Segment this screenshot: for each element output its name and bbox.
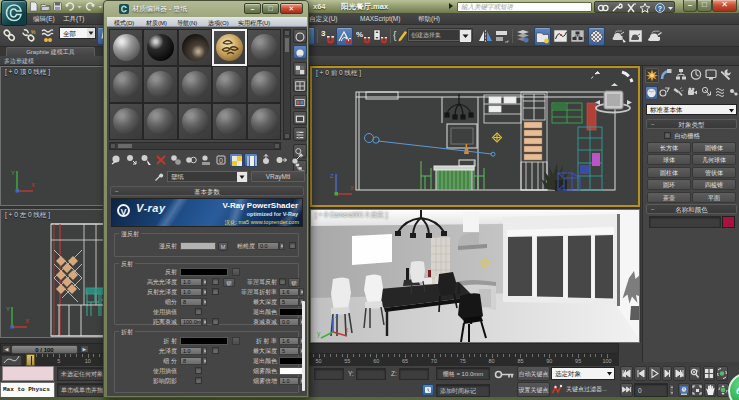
coordinate-y-field[interactable] [356,368,386,380]
orbit-viewport-icon[interactable] [716,366,728,381]
reflect-color-swatch[interactable] [180,268,228,276]
viewport-camera[interactable]: [ + 0 Camera001 0 真实 ] [310,209,640,343]
wrench-icon[interactable] [611,3,623,13]
go-forward-to-sibling-icon[interactable] [274,153,288,167]
make-preview-icon[interactable] [293,111,307,125]
dim-distance-spinner[interactable] [202,318,207,326]
auto-key-button[interactable]: 自动关键点 [517,366,550,381]
steering-wheel-arc[interactable] [622,72,632,82]
previous-frame-button[interactable] [634,366,647,381]
ior-field[interactable]: 1.6 [279,337,299,345]
refr-gloss-spinner[interactable] [202,347,207,355]
primitive-button-7[interactable]: 圆环 [647,179,691,190]
options-icon[interactable] [293,127,307,141]
scroll-right-arrow[interactable] [274,143,280,149]
primitive-button-8[interactable]: 四棱锥 [692,179,736,190]
curve-editor-icon[interactable] [553,28,568,44]
primitive-button-6[interactable]: 管状体 [692,167,736,178]
play-button[interactable] [648,366,661,381]
refract-color-swatch[interactable] [180,337,228,345]
key-filter-selection-dropdown[interactable]: 选定对象 [551,367,615,380]
menu-help[interactable]: 帮助(H) [418,15,440,24]
refr-gloss-checkbox[interactable] [212,347,219,354]
refl-gloss-checkbox[interactable] [212,288,219,295]
affect-shadows-checkbox[interactable] [195,377,202,384]
rollout-collapse-icon[interactable]: − [115,187,119,196]
tab-polygon-modeling[interactable]: 多边形建模 [4,57,34,66]
fresnel-checkbox[interactable] [279,278,286,285]
scroll-left-arrow[interactable] [110,143,116,149]
scroll-up-arrow[interactable] [284,30,290,36]
material-slot-6[interactable] [109,66,143,103]
material-slot-11[interactable] [109,103,143,140]
menu-customize[interactable]: 自定义(U) [309,15,338,24]
named-selection-sets-dropdown[interactable]: 创建选择集 [407,28,473,42]
assign-material-to-selection-icon[interactable] [139,153,153,167]
time-configuration-icon[interactable] [678,383,690,397]
help-icon[interactable]: ? [654,3,666,13]
material-slot-5[interactable] [247,29,281,66]
mtl-menu-modes[interactable]: 模式(D) [114,19,134,28]
subtab-lights[interactable] [673,86,686,100]
mtl-menu-navigation[interactable]: 导航(N) [177,19,197,28]
fresnel-lock-button[interactable]: 锁 [288,278,300,287]
mirror-icon[interactable] [478,28,493,44]
material-slot-14[interactable] [212,103,246,140]
go-to-end-button[interactable] [673,366,686,381]
mtl-menu-utilities[interactable]: 实用程序(U) [238,19,270,28]
track-bar-frame-handle[interactable] [26,354,35,366]
tab-create[interactable] [645,68,659,83]
primitive-button-9[interactable]: 茶壶 [647,192,691,203]
menu-tools[interactable]: 工具(T) [63,15,84,24]
layer-manager-icon[interactable] [515,28,530,44]
viewport-camera-label[interactable]: [ + 0 Camera001 0 真实 ] [315,211,387,220]
geometry-category-dropdown[interactable]: 标准基本体 [646,104,737,115]
3dsmax-logo-button[interactable] [1,0,27,26]
background-icon[interactable] [293,62,307,76]
material-editor-icon[interactable] [588,27,605,46]
refr-subdivs-spinner[interactable] [202,357,207,365]
undo-icon[interactable] [64,1,75,12]
material-editor-minimize-button[interactable]: – [244,3,261,14]
zoom-extents-icon[interactable]: t [689,366,701,381]
menu-edit[interactable]: 编辑(E) [33,15,55,24]
coordinate-z-field[interactable] [399,368,429,380]
macro-recorder-field[interactable] [2,366,54,381]
search-input[interactable]: 输入关键字或短语 [457,2,592,12]
rendered-frame-window-icon[interactable] [628,28,643,44]
refr-interp-checkbox[interactable] [195,367,202,374]
fresnel-ior-spinner[interactable] [299,288,304,296]
rollout-collapse-icon[interactable]: − [651,205,655,214]
rollout-collapse-icon[interactable]: − [651,120,655,129]
viewport-front-label[interactable]: [ + 0 前 0 线框 ] [316,69,361,78]
reset-map-icon[interactable] [154,153,168,167]
dim-distance-field[interactable]: 100.0m [180,318,202,326]
coordinate-x-field[interactable] [314,368,344,380]
frame-spinner[interactable] [669,384,674,396]
slots-horizontal-scrollbar[interactable] [109,142,281,150]
window-minimize-button[interactable]: – [683,0,697,12]
get-material-icon[interactable] [109,153,123,167]
mini-curve-editor-button[interactable] [1,355,22,366]
make-unique-icon[interactable] [184,153,198,167]
material-slot-7[interactable] [143,66,177,103]
hilight-gloss-spinner[interactable] [202,278,207,286]
render-production-icon[interactable] [647,28,662,44]
material-id-channel-icon[interactable]: 0 [214,153,228,167]
rollout-scrollbar[interactable] [302,301,305,391]
put-to-library-icon[interactable] [199,153,213,167]
spinner-snap-icon[interactable] [373,28,388,44]
autogrid-checkbox[interactable] [664,132,671,139]
search-binoculars-icon[interactable] [597,3,609,13]
backlight-icon[interactable] [293,45,307,59]
diffuse-color-swatch[interactable] [180,242,216,250]
next-frame-arrow[interactable]: ▶ [80,345,89,353]
refl-subdivs-spinner[interactable] [202,298,207,306]
show-map-in-viewport-icon[interactable] [229,153,243,167]
show-end-result-icon[interactable] [244,153,258,167]
primitive-button-4[interactable]: 几何球体 [692,154,736,165]
time-slider-button[interactable]: 0 / 100 [11,345,78,354]
primitive-button-5[interactable]: 圆柱体 [647,167,691,178]
selection-filter-dropdown[interactable]: 全部 [59,27,96,39]
primitive-button-2[interactable]: 圆锥体 [692,142,736,153]
